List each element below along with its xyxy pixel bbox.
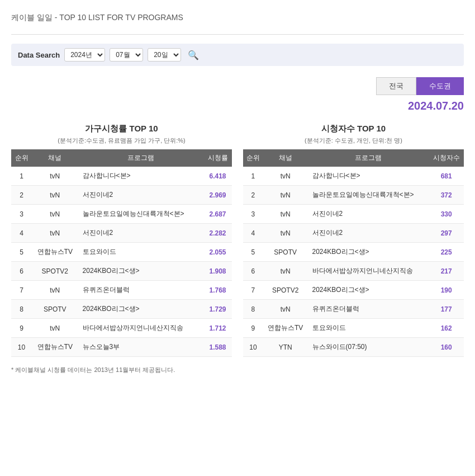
date-display: 2024.07.20 [11, 100, 464, 112]
rank-cell: 9 [11, 319, 32, 338]
program-cell: 서진이네2 [78, 224, 204, 243]
channel-cell: tvN [263, 262, 308, 281]
month-select[interactable]: 01월02월03월04월05월06월07월08월09월10월11월12월 [110, 48, 143, 62]
channel-cell: 연합뉴스TV [32, 243, 78, 262]
table-row: 3 tvN 놀라운토요일예능신대륙개척<본> 2.687 [11, 205, 232, 224]
rate-cell: 1.908 [203, 262, 232, 281]
rate-cell: 6.418 [203, 167, 232, 186]
year-select[interactable]: 2024년2023년2022년 [64, 48, 105, 62]
channel-cell: tvN [263, 167, 308, 186]
rank-cell: 3 [11, 205, 32, 224]
table-row: 6 SPOTV2 2024KBO리그<생> 1.908 [11, 262, 232, 281]
viewer-table-body: 1 tvN 감사합니다<본> 681 2 tvN 놀라운토요일예능신대륙개척<본… [243, 167, 464, 357]
table-row: 8 SPOTV 2024KBO리그<생> 1.729 [11, 300, 232, 319]
tables-row: 가구시청률 TOP 10 (분석기준:수도권, 유료맴픔 가입 가구, 단위:%… [11, 124, 464, 357]
table-row: 8 tvN 유퀴즈온더블럭 177 [243, 300, 464, 319]
channel-cell: SPOTV [263, 243, 308, 262]
search-bar: Data Search 2024년2023년2022년 01월02월03월04월… [11, 44, 464, 66]
table-row: 10 YTN 뉴스와이드(07:50) 160 [243, 338, 464, 357]
viewers-cell: 190 [429, 281, 464, 300]
search-input[interactable] [206, 51, 457, 59]
rank-cell: 6 [11, 262, 32, 281]
household-table-section: 가구시청률 TOP 10 (분석기준:수도권, 유료맴픔 가입 가구, 단위:%… [11, 124, 232, 357]
program-cell: 토요와이드 [78, 243, 204, 262]
rank-cell: 4 [11, 224, 32, 243]
viewers-cell: 217 [429, 262, 464, 281]
table-row: 1 tvN 감사합니다<본> 6.418 [11, 167, 232, 186]
th-viewers-2: 시청자수 [429, 149, 464, 167]
table-row: 4 tvN 서진이네2 2.282 [11, 224, 232, 243]
rank-cell: 7 [11, 281, 32, 300]
program-cell: 2024KBO리그<생> [308, 243, 429, 262]
channel-cell: 연합뉴스TV [263, 319, 308, 338]
rank-cell: 9 [243, 319, 263, 338]
program-cell: 서진이네2 [78, 186, 204, 205]
filter-nationwide-button[interactable]: 전국 [376, 77, 416, 95]
viewers-cell: 177 [429, 300, 464, 319]
rank-cell: 8 [11, 300, 32, 319]
day-select[interactable]: 01일02일03일04일05일06일07일08일09일10일11일12일13일1… [148, 48, 181, 62]
table-row: 4 tvN 서진이네2 297 [243, 224, 464, 243]
channel-cell: SPOTV2 [263, 281, 308, 300]
program-cell: 감사합니다<본> [78, 167, 204, 186]
viewer-table-header: 순위 채널 프로그램 시청자수 [243, 149, 464, 167]
rate-cell: 1.588 [203, 338, 232, 357]
viewers-cell: 681 [429, 167, 464, 186]
channel-cell: tvN [263, 224, 308, 243]
household-table-title: 가구시청률 TOP 10 [11, 124, 232, 134]
channel-cell: tvN [32, 205, 78, 224]
table-row: 5 연합뉴스TV 토요와이드 2.055 [11, 243, 232, 262]
rate-cell: 1.729 [203, 300, 232, 319]
rank-cell: 10 [11, 338, 32, 357]
th-channel-2: 채널 [263, 149, 308, 167]
rank-cell: 2 [243, 186, 263, 205]
title-divider [11, 34, 464, 35]
viewer-table-title: 시청자수 TOP 10 [243, 124, 464, 134]
th-rate-1: 시청률 [203, 149, 232, 167]
rate-cell: 2.282 [203, 224, 232, 243]
channel-cell: tvN [32, 224, 78, 243]
channel-cell: tvN [32, 319, 78, 338]
channel-cell: SPOTV [32, 300, 78, 319]
program-cell: 2024KBO리그<생> [308, 281, 429, 300]
rate-cell: 2.687 [203, 205, 232, 224]
program-cell: 바다에서밥상까지언니네산지직송 [78, 319, 204, 338]
filter-row: 전국 수도권 [11, 77, 464, 95]
program-cell: 유퀴즈온더블럭 [78, 281, 204, 300]
program-cell: 2024KBO리그<생> [78, 300, 204, 319]
viewers-cell: 160 [429, 338, 464, 357]
viewer-table-section: 시청자수 TOP 10 (분석기준: 수도권, 개인, 단위:천 명) 순위 채… [243, 124, 464, 357]
viewers-cell: 372 [429, 186, 464, 205]
program-cell: 놀라운토요일예능신대륙개척<본> [308, 186, 429, 205]
channel-cell: YTN [263, 338, 308, 357]
program-cell: 2024KBO리그<생> [78, 262, 204, 281]
program-cell: 서진이네2 [308, 224, 429, 243]
rank-cell: 5 [243, 243, 263, 262]
rate-cell: 1.768 [203, 281, 232, 300]
rank-cell: 7 [243, 281, 263, 300]
th-program-1: 프로그램 [78, 149, 204, 167]
footnote: * 케이블채널 시청률 데이터는 2013년 11월부터 제공됩니다. [11, 366, 464, 374]
channel-cell: tvN [263, 300, 308, 319]
program-cell: 유퀴즈온더블럭 [308, 300, 429, 319]
channel-cell: 연합뉴스TV [32, 338, 78, 357]
channel-cell: tvN [263, 186, 308, 205]
program-cell: 감사합니다<본> [308, 167, 429, 186]
program-cell: 뉴스와이드(07:50) [308, 338, 429, 357]
rank-cell: 8 [243, 300, 263, 319]
rank-cell: 1 [243, 167, 263, 186]
search-label: Data Search [18, 51, 60, 59]
channel-cell: tvN [32, 281, 78, 300]
program-cell: 서진이네2 [308, 205, 429, 224]
household-table-subtitle: (분석기준:수도권, 유료맴픔 가입 가구, 단위:%) [11, 136, 232, 145]
table-row: 6 tvN 바다에서밥상까지언니네산지직송 217 [243, 262, 464, 281]
program-cell: 뉴스오늘3부 [78, 338, 204, 357]
channel-cell: tvN [32, 167, 78, 186]
viewers-cell: 162 [429, 319, 464, 338]
filter-metro-button[interactable]: 수도권 [416, 77, 464, 95]
search-button[interactable]: 🔍 [186, 50, 201, 60]
viewer-table: 순위 채널 프로그램 시청자수 1 tvN 감사합니다<본> 681 2 tvN… [243, 149, 464, 357]
th-rank-1: 순위 [11, 149, 32, 167]
household-table-header: 순위 채널 프로그램 시청률 [11, 149, 232, 167]
th-program-2: 프로그램 [308, 149, 429, 167]
